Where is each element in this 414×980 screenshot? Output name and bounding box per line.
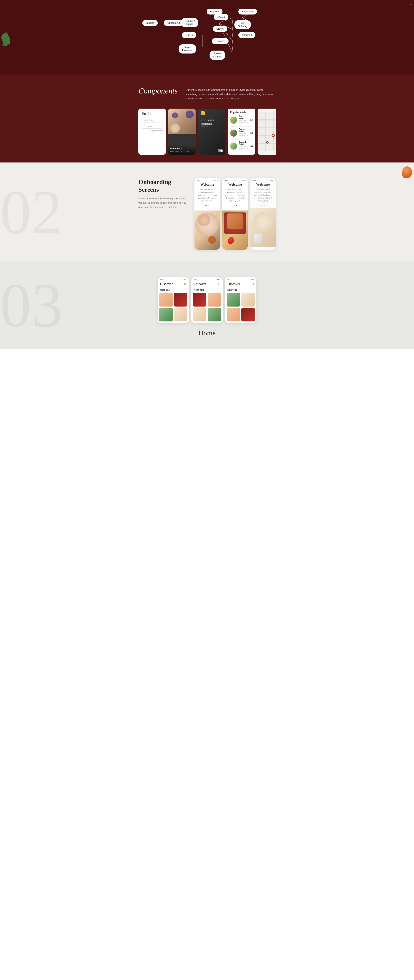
- components-title: Components: [139, 86, 174, 95]
- restaurant-delivery: 30 - 40min: [181, 151, 189, 153]
- welcome-title-1: Welcome: [197, 183, 218, 186]
- onboarding-layout: OnboardingScreens Carefully designed onb…: [139, 178, 275, 250]
- discover-icons-3: ▪▪▪ ≡: [251, 279, 254, 280]
- node-sign-in: Sign In: [182, 32, 196, 38]
- food-card-2-2[interactable]: [208, 293, 221, 307]
- component-cards-row: Sign In Username Password Forgot passwor…: [139, 108, 275, 154]
- phone-welcome-1: Welcome Discover the best restaurants ne…: [194, 183, 220, 202]
- dots-2: [222, 202, 248, 208]
- components-section: Components Our entire design is in Compo…: [0, 75, 414, 162]
- meal-image-avocado: [230, 143, 237, 150]
- food-card-3-2[interactable]: [241, 293, 255, 307]
- components-description: Our entire design is in Components (Figm…: [185, 86, 275, 101]
- node-register-signin: Register /Sign In: [181, 18, 198, 27]
- onboarding-section: 0 2 OnboardingScreens Carefully designed…: [0, 162, 414, 261]
- discover-statusbar-1: 9:41 ▪▪▪ ≡: [158, 277, 189, 280]
- signin-card: Sign In Username Password Forgot passwor…: [139, 108, 166, 154]
- password-input[interactable]: Password: [142, 124, 163, 129]
- svg-point-27: [272, 135, 274, 137]
- meals-card: Popular Meals ♥ Egg Salad Green bell pep…: [228, 108, 255, 154]
- dot-2-active: [236, 205, 237, 206]
- food-card-1-1[interactable]: [159, 293, 173, 307]
- phone-time-2: 9:41: [225, 180, 228, 182]
- discover-title-2: Discover: [194, 282, 206, 286]
- home-hint: Home: [8, 323, 406, 337]
- card-number: **** 0991: [201, 119, 223, 122]
- phone-time-3: 9:41: [253, 180, 256, 182]
- discover-phone-1: 9:41 ▪▪▪ ≡ Discover ⊞ Near You: [158, 277, 189, 323]
- food-grid-2: [191, 293, 223, 323]
- card-toggle[interactable]: [218, 149, 223, 152]
- discover-icons-1: ▪▪▪ ≡: [184, 279, 186, 280]
- food-card-3-4[interactable]: [241, 308, 255, 321]
- restaurant-overlay: Bamonte's 8am - 9pm 30 - 40min: [168, 145, 196, 154]
- node-profile-settings: ProfileSettings: [210, 51, 225, 60]
- map-card: [258, 108, 275, 154]
- node-food-ordering: FoodOrdering: [234, 20, 251, 29]
- near-you-3: Near You: [225, 288, 256, 293]
- dot-3-2: [263, 205, 264, 206]
- onboarding-phones: 9:41 ▪▪▪ ≡ Welcome Discover the best res…: [194, 178, 275, 250]
- filter-icon-1[interactable]: ⊞: [184, 282, 186, 286]
- food-card-1-2[interactable]: [174, 293, 187, 307]
- food-card-2-4[interactable]: [208, 308, 221, 321]
- discover-time-1: 9:41: [160, 279, 163, 280]
- onboarding-text: OnboardingScreens Carefully designed onb…: [139, 178, 186, 209]
- filter-icon-3[interactable]: ⊞: [252, 282, 254, 286]
- meal-desc-2: Green bell pepper, lime, cress: [239, 132, 248, 138]
- welcome-text-2: Discover the best restaurants near you. …: [225, 188, 245, 202]
- restaurant-info: 8am - 9pm 30 - 40min: [170, 151, 194, 153]
- onboarding-phone-1: 9:41 ▪▪▪ ≡ Welcome Discover the best res…: [194, 178, 220, 250]
- node-forgot-password: ForgotPassword: [178, 44, 196, 54]
- dot-2-1: [233, 205, 234, 206]
- phone-status-3: ▪▪▪ ≡: [270, 180, 273, 182]
- node-loading: Loading: [142, 20, 158, 26]
- food-grid-3: [225, 293, 256, 323]
- onboarding-title: OnboardingScreens: [139, 178, 186, 193]
- phone-time-1: 9:41: [197, 180, 200, 182]
- dots-1: [194, 202, 220, 208]
- phone-statusbar-2: 9:41 ▪▪▪ ≡: [222, 178, 248, 183]
- phone-food-image-2: [222, 210, 248, 250]
- welcome-text-1: Discover the best restaurants near you. …: [197, 188, 218, 202]
- food-card-2-3[interactable]: [193, 308, 206, 321]
- restaurant-name: Bamonte's: [170, 147, 194, 150]
- discover-header-3: Discover ⊞: [225, 280, 256, 288]
- food-card-1-3[interactable]: [159, 308, 173, 321]
- username-input[interactable]: Username: [142, 118, 163, 123]
- discover-phones: 9:41 ▪▪▪ ≡ Discover ⊞ Near You 9:41 ▪▪▪ …: [139, 277, 275, 323]
- food-card-3-1[interactable]: [227, 293, 240, 307]
- meal-name-3: Avocado Salad: [239, 141, 248, 145]
- dot-3-1: [261, 205, 262, 206]
- components-header: Components Our entire design is in Compo…: [139, 86, 275, 101]
- meal-image-egg: [230, 117, 237, 124]
- filter-icon-2[interactable]: ⊞: [218, 282, 220, 286]
- node-search: Search: [214, 14, 228, 20]
- food-card-1-4[interactable]: [174, 308, 187, 321]
- discover-icons-2: ▪▪▪ ≡: [217, 279, 220, 280]
- meal-image-caesar: [230, 130, 237, 137]
- node-favorites: Favorites: [212, 38, 229, 44]
- dot-1-active: [205, 205, 207, 206]
- meal-price-2: $14: [250, 132, 253, 134]
- welcome-title-2: Welcome: [225, 183, 245, 186]
- food-card-3-3[interactable]: [227, 308, 240, 321]
- discover-statusbar-2: 9:41 ▪▪▪ ≡: [191, 277, 223, 280]
- discover-title-1: Discover: [160, 282, 173, 286]
- discover-time-2: 9:41: [194, 279, 197, 280]
- node-orders: Orders: [213, 26, 227, 32]
- node-checkout: Checkout: [238, 32, 255, 38]
- phone-welcome-2: Welcome Discover the best restaurants ne…: [222, 183, 248, 202]
- phone-food-image-1: [194, 210, 220, 250]
- meal-desc-3: Green bell pepper, lime, cress: [239, 145, 248, 151]
- phone-statusbar-3: 9:41 ▪▪▪ ≡: [250, 178, 275, 183]
- forgot-link[interactable]: Forgot password: [142, 130, 163, 132]
- meal-desc-1: Green bell pepper, lime, cress: [239, 119, 248, 125]
- phone-status-2: ▪▪▪ ≡: [242, 180, 245, 182]
- food-card-2-1[interactable]: [193, 293, 206, 307]
- meals-title: Popular Meals: [230, 111, 253, 114]
- welcome-text-3: Discover the best restaurants near you. …: [253, 188, 273, 202]
- meal-item-3: Avocado Salad Green bell pepper, lime, c…: [230, 141, 253, 152]
- node-onboarding: Onboarding: [164, 20, 183, 26]
- flow-section: Loading Onboarding Register /Sign In Reg…: [0, 0, 414, 75]
